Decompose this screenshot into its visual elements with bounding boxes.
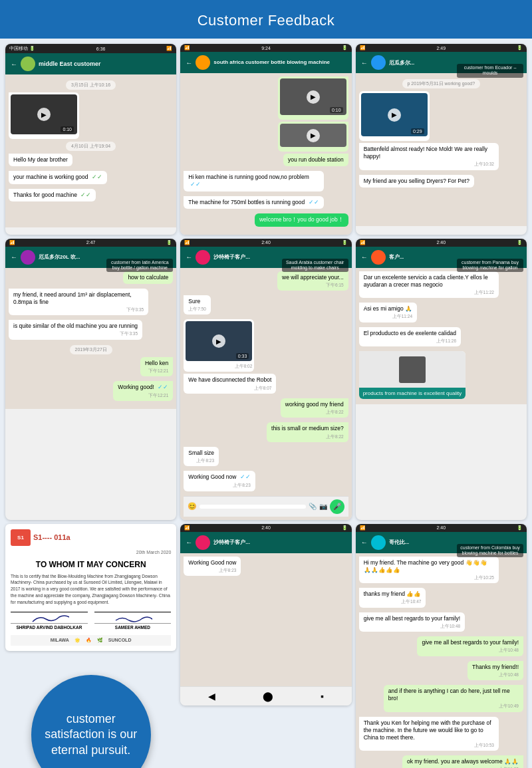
panel-panama: customer from Panama buy blowing machine… <box>356 239 527 520</box>
chat-header-2: ← south africa customer bottle blowing m… <box>180 52 351 73</box>
signature-svg-1 <box>29 614 69 624</box>
chat-title-4: 厄瓜多尔20L 吹... <box>39 253 80 261</box>
msg-row-1b: your machine is working good ✓✓ <box>9 171 173 187</box>
top-row: 中国移动 🔋 6:36 📶 ← middle East customer 3月1… <box>5 44 527 235</box>
sig-line-2 <box>94 614 172 624</box>
statusbar-3: 📶 2:49 🔋 <box>356 44 527 52</box>
chat-title-7: 沙特椅子客户... <box>213 539 250 546</box>
cert-footer: MILAWA 🌟 🔥 🌿 SUNCOLD <box>11 635 171 646</box>
avatar-3 <box>371 55 386 70</box>
back-nav[interactable]: ◀ <box>208 691 215 702</box>
msg-thanks: Thanks for good machine ✓✓ <box>9 189 96 202</box>
play-btn-1[interactable]: ▶ <box>37 108 51 121</box>
msg-hello-ken: Hello ken 下午12:21 <box>9 357 173 379</box>
msg-welcome-bro: welcome bro！you do good job！ <box>184 213 348 229</box>
chat-title-8: 哥伦比... <box>389 539 410 546</box>
avatar-4 <box>21 250 35 265</box>
page-header: Customer Feedback <box>0 0 532 39</box>
mid-row: customer from latin America buy bottle /… <box>5 239 527 520</box>
msg-working-friend: working good my friend 上午8:22 <box>184 398 348 420</box>
chat-title-6: 客户... <box>389 253 404 261</box>
msg-row-1a: Hello My dear brother <box>9 154 173 169</box>
cert-title: TO WHOM IT MAY CONCERN <box>11 560 171 569</box>
bot-mid-col: 📶 2:40 🔋 ← 沙特椅子客户... Working Good now <box>180 524 351 768</box>
back-icon-4[interactable]: ← <box>11 253 17 261</box>
cert-wrapper: S1 S1---- 011a 20th March 2020 TO WHOM I… <box>5 524 176 768</box>
page-wrapper: Customer Feedback 中国移动 🔋 6:36 📶 ← middle… <box>0 0 532 768</box>
back-icon-2[interactable]: ← <box>186 59 192 66</box>
back-icon-3[interactable]: ← <box>361 59 368 66</box>
video-thumb-1: ▶ 0:10 <box>11 94 77 134</box>
msg-row-1c: Thanks for good machine ✓✓ <box>9 189 173 205</box>
back-icon-8[interactable]: ← <box>361 539 368 546</box>
avatar-1 <box>21 57 35 71</box>
customer-badge-1: customer from Ecuador – moulds <box>457 64 523 78</box>
avatar-5 <box>196 250 210 265</box>
play-btn-2[interactable]: ▶ <box>307 90 320 104</box>
square-nav[interactable]: ▪ <box>321 691 324 702</box>
sig-line-1 <box>11 614 88 624</box>
home-nav[interactable]: ⬤ <box>263 691 273 702</box>
play-btn-5[interactable]: ▶ <box>212 334 225 348</box>
msg-750ml: The machine for 750ml bottles is running… <box>184 196 348 212</box>
back-icon-5[interactable]: ← <box>186 253 192 261</box>
msg-ken-running: Hi ken machine is running good now,no pr… <box>184 171 348 194</box>
msg-anything-bro: and if there is anything I can do here, … <box>359 685 523 715</box>
msg-video-2b: ▶ <box>184 122 348 152</box>
video-thumb-2b: ▶ <box>280 124 346 147</box>
msg-video-1: ▶ 0:10 <box>9 92 173 139</box>
play-btn-3[interactable]: ▶ <box>388 108 401 122</box>
msg-video-ecuador: ▶ 0:29 <box>359 91 523 141</box>
panel-middle-east: 中国移动 🔋 6:36 📶 ← middle East customer 3月1… <box>5 44 176 235</box>
customer-badge-2: customer from latin America buy bottle /… <box>106 259 173 273</box>
chat-contact-1: middle East customer <box>39 61 101 67</box>
msg-video-2a: ▶ 0:10 <box>184 76 348 120</box>
sig-1: SHRIPAD ARVIND DABHOLKAR <box>11 612 88 630</box>
msg-thanks-friend-2: Thanks my friend!! 上午10:48 <box>359 661 523 683</box>
msg-calculate: how to calculate <box>9 271 173 287</box>
chat-header-7: ← 沙特椅子客户... <box>180 532 351 553</box>
msg-thanks-friend: thanks my friend 👍👍 上午10:47 <box>359 588 523 610</box>
back-icon[interactable]: ← <box>11 61 17 68</box>
certificate-panel: S1 S1---- 011a 20th March 2020 TO WHOM I… <box>5 524 176 652</box>
chat-title-3: 厄瓜多尔... <box>389 59 415 66</box>
msg-working-good-now: Working Good now 上午8:23 <box>184 557 348 578</box>
cert-logo-icon: S1 <box>11 529 31 546</box>
panel-south-africa: 📶 9:24 🔋 ← south africa customer bottle … <box>180 44 351 235</box>
cert-logo-area: S1 S1---- 011a <box>11 529 171 546</box>
back-icon-7[interactable]: ← <box>186 539 192 546</box>
msg-dryers: My friend are you selling Dryers? For Pe… <box>359 175 523 190</box>
chat-input-saudi: 😊 📎 📷 🎤 <box>184 496 348 517</box>
page-title: Customer Feedback <box>198 12 335 29</box>
chat-title-2: south africa customer bottle blowing mac… <box>213 59 330 66</box>
avatar-8 <box>371 535 386 550</box>
product-image <box>399 356 426 383</box>
panel-colombia: customer from Colombia buy blowing machi… <box>356 524 527 768</box>
msg-double-station: you run double station <box>184 154 348 169</box>
play-btn-2b[interactable]: ▶ <box>307 129 320 142</box>
cert-date: 20th March 2020 <box>11 550 171 555</box>
msg-hello: Hello My dear brother <box>9 154 72 166</box>
satisfaction-circle: customer satisfaction is our eternal pur… <box>31 675 151 768</box>
msg-product-img: products from machine is excellent quali… <box>359 351 523 399</box>
msg-calidad: El produducto es de exelente calidad 上午1… <box>359 327 523 349</box>
avatar-7 <box>196 535 210 550</box>
video-thumb-2: ▶ 0:10 <box>280 78 346 115</box>
back-icon-6[interactable]: ← <box>361 253 368 261</box>
avatar-2 <box>196 55 210 70</box>
statusbar-5: 📶 2:40 🔋 <box>180 239 351 247</box>
statusbar-4: 📶 2:47 🔋 <box>5 239 176 247</box>
msg-excelente: Dar un excelente servicio a cada cliente… <box>359 271 523 301</box>
bottom-row: S1 S1---- 011a 20th March 2020 TO WHOM I… <box>5 524 527 768</box>
msg-disco-robot: We have discunnected the Robot 上午8:07 <box>184 374 348 396</box>
msg-appreciate: we will appreciate your... 下午6:15 <box>184 271 348 293</box>
msg-thank-you-ken: Thank you Ken for helping me with the pu… <box>359 717 523 754</box>
statusbar-2: 📶 9:24 🔋 <box>180 44 351 52</box>
cert-signatures: SHRIPAD ARVIND DABHOLKAR SAMEER AHMED <box>11 612 171 630</box>
product-text-bubble: products from machine is excellent quali… <box>359 388 466 399</box>
msg-regards-family-2: give me all best regards to your family!… <box>359 636 523 658</box>
date-2: 4月10日 上午19:04 <box>66 142 116 151</box>
panel-bot-mid: 📶 2:40 🔋 ← 沙特椅子客户... Working Good now <box>180 524 351 705</box>
mic-btn-saudi[interactable]: 🎤 <box>330 499 344 514</box>
statusbar-8: 📶 2:40 🔋 <box>356 524 527 532</box>
